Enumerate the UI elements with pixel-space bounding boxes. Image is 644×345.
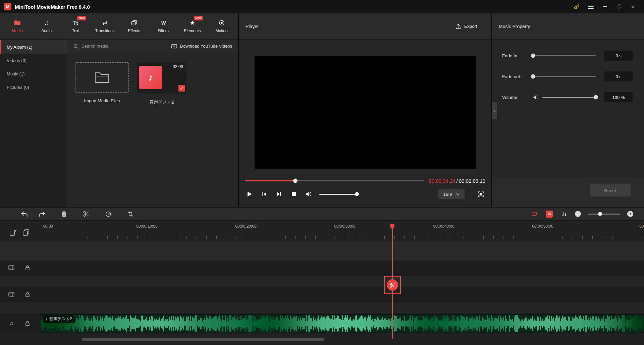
tab-filters[interactable]: Filters: [149, 13, 178, 39]
horizontal-scrollbar[interactable]: [82, 338, 324, 341]
selected-check-icon[interactable]: ✓: [178, 85, 185, 92]
fade-in-value: 0 s: [604, 51, 633, 61]
add-track-icon[interactable]: [9, 229, 17, 236]
undo-icon[interactable]: [20, 210, 29, 218]
manage-tracks-icon[interactable]: [22, 229, 30, 236]
mute-button[interactable]: [305, 190, 313, 198]
chevron-down-icon: [456, 193, 460, 195]
lock-icon[interactable]: [24, 291, 31, 298]
motion-icon: [219, 19, 225, 26]
tab-text[interactable]: New Tt Text: [61, 13, 90, 39]
next-frame-button[interactable]: [275, 190, 283, 198]
fade-out-label: Fade out:: [502, 74, 533, 79]
close-button[interactable]: ×: [626, 0, 640, 13]
split-icon[interactable]: [82, 210, 91, 218]
media-item-card[interactable]: ♪ 02:03 ✓: [137, 62, 186, 94]
sidebar-item-videos[interactable]: Videos (0): [0, 54, 67, 67]
ruler-label: 00:00:50:00: [532, 224, 553, 229]
zoom-thumb[interactable]: [598, 212, 602, 216]
search-icon: [73, 44, 78, 49]
zoom-in-icon[interactable]: +: [627, 211, 633, 217]
track1-header: [8, 264, 31, 271]
speed-icon[interactable]: [104, 210, 113, 218]
fullscreen-button[interactable]: [477, 190, 485, 198]
tab-audio[interactable]: ♫ Audio: [32, 13, 61, 39]
aspect-ratio-select[interactable]: 16:9: [438, 189, 465, 199]
music-track-icon: ♫: [8, 320, 15, 327]
seek-bar[interactable]: [245, 180, 424, 181]
album-label: Music (1): [7, 71, 24, 76]
delete-icon[interactable]: [60, 210, 68, 218]
volume-thumb[interactable]: [355, 192, 359, 196]
play-button[interactable]: [246, 190, 254, 198]
import-media-button[interactable]: [75, 62, 129, 93]
lock-icon[interactable]: [24, 320, 31, 327]
fit-timeline-icon[interactable]: [530, 210, 539, 218]
redo-icon[interactable]: [38, 210, 46, 218]
seek-thumb[interactable]: [293, 179, 298, 183]
scissors-icon[interactable]: [387, 279, 398, 291]
fade-out-thumb[interactable]: [531, 74, 535, 79]
music-note-icon: ♪: [45, 317, 47, 322]
fade-in-slider[interactable]: [533, 55, 596, 56]
reset-button[interactable]: Reset: [590, 184, 631, 196]
tab-label: Effects: [128, 28, 140, 33]
music-volume-fill: [542, 97, 596, 98]
music-volume-thumb[interactable]: [594, 95, 598, 100]
property-header: Music Property: [492, 13, 644, 40]
media-library-panel: Media ♫ Audio New Tt Text ⇄ Transitions …: [0, 13, 238, 207]
import-folder-icon: [95, 71, 109, 83]
license-key-icon[interactable]: [570, 0, 584, 13]
media-grid: Import Media Files ♪ 02:03 ✓ 音声テスト2: [67, 53, 238, 115]
music-property-panel: Music Property Fade in: 0 s Fade out: 0 …: [492, 13, 644, 207]
split-tool[interactable]: [384, 276, 401, 294]
ruler-label: 00:00:30:00: [334, 224, 355, 229]
tab-media[interactable]: Media: [3, 13, 32, 39]
volume-slider[interactable]: [319, 194, 359, 195]
window-controls: ×: [570, 0, 640, 13]
zoom-out-icon[interactable]: −: [575, 211, 581, 217]
fade-in-label: Fade in:: [502, 53, 533, 58]
fade-in-thumb[interactable]: [531, 54, 535, 58]
timeline-canvas[interactable]: 00:0000:00:10:0000:00:20:0000:00:30:0000…: [41, 221, 644, 345]
audio-meter-icon[interactable]: [559, 210, 568, 218]
player-panel: Player Export 00:00:34:24/00:02:03:19: [239, 13, 491, 207]
lock-icon[interactable]: [24, 264, 31, 271]
maximize-button[interactable]: [612, 0, 626, 13]
timeline-ruler[interactable]: 00:0000:00:10:0000:00:20:0000:00:30:0000…: [41, 221, 644, 241]
ruler-label: 00:00: [43, 224, 53, 229]
search-input[interactable]: Search media: [82, 44, 108, 49]
tab-transitions[interactable]: ⇄ Transitions: [90, 13, 119, 39]
volume-label: Volume:: [502, 95, 533, 100]
timeline-zoom-slider[interactable]: [588, 214, 621, 215]
crop-icon[interactable]: [126, 210, 135, 218]
sidebar-item-music[interactable]: Music (1): [0, 67, 67, 80]
tab-effects[interactable]: Effects: [119, 13, 149, 39]
fade-out-slider[interactable]: [533, 76, 596, 77]
music-volume-value: 100 %: [604, 92, 633, 102]
sidebar-item-pictures[interactable]: Pictures (0): [0, 80, 67, 94]
ruler-label: 00:00:20:00: [235, 224, 256, 229]
timeline-toolbar-right: − +: [530, 210, 644, 218]
export-icon: [455, 23, 461, 30]
stop-button[interactable]: [290, 190, 298, 198]
tab-elements[interactable]: New ★ Elements: [178, 13, 207, 39]
tab-motion[interactable]: Motion: [207, 13, 236, 39]
collapse-panel-handle[interactable]: ›: [492, 102, 497, 119]
album-label: My Album (1): [7, 45, 33, 50]
sidebar-item-my-album[interactable]: My Album (1): [0, 40, 67, 54]
track-manager-icon[interactable]: [546, 211, 553, 218]
download-youtube-link[interactable]: Download YouTube Videos: [171, 44, 232, 49]
video-preview[interactable]: [255, 56, 476, 169]
minimize-button[interactable]: [598, 0, 612, 13]
export-label: Export: [464, 24, 477, 29]
aspect-ratio-value: 16:9: [443, 192, 452, 197]
menu-icon[interactable]: [584, 0, 598, 13]
waveform-path: [42, 315, 643, 332]
media-item: ♪ 02:03 ✓ 音声テスト2: [137, 62, 186, 105]
audio-clip[interactable]: ♪音声テスト2: [41, 314, 644, 333]
export-button[interactable]: Export: [455, 23, 485, 30]
music-volume-slider[interactable]: [542, 97, 596, 98]
film-track-icon: [8, 291, 15, 298]
previous-frame-button[interactable]: [260, 190, 268, 198]
